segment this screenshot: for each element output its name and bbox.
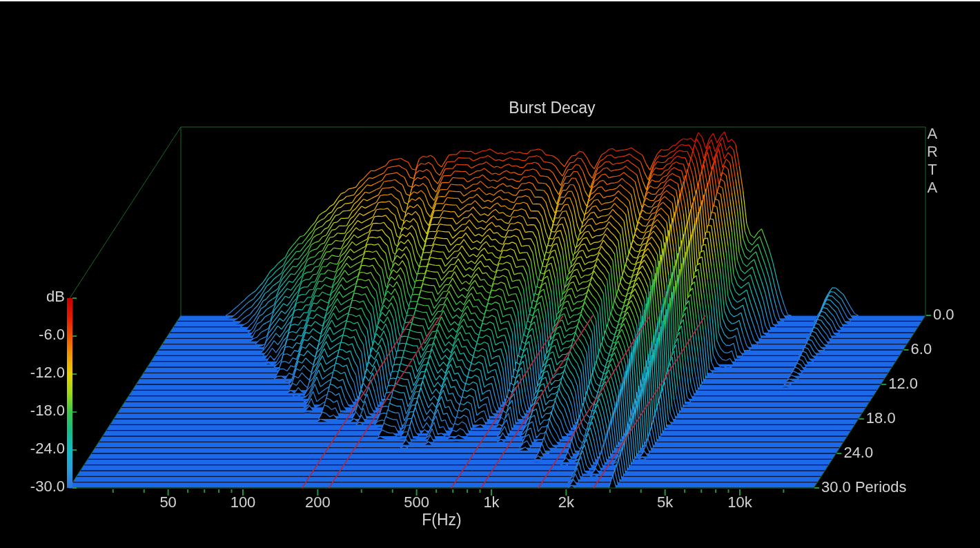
freq-tick-label: 2k bbox=[538, 493, 594, 511]
db-tick-label: -18.0 bbox=[22, 402, 65, 420]
freq-tick-label: 100 bbox=[215, 493, 271, 511]
burst-decay-plot-canvas[interactable] bbox=[0, 1, 980, 548]
freq-tick-label: 50 bbox=[141, 493, 196, 511]
db-tick-label: -24.0 bbox=[22, 440, 65, 458]
db-tick-label: dB bbox=[22, 288, 65, 306]
arta-watermark: A R T A bbox=[927, 125, 938, 197]
period-tick-label: 6.0 bbox=[911, 340, 932, 358]
period-tick-label: 0.0 bbox=[933, 306, 954, 324]
app-window: Messung im Freien - Neue Auswertung - Üb… bbox=[0, 0, 980, 548]
db-tick-label: -30.0 bbox=[22, 478, 65, 496]
db-tick-label: -6.0 bbox=[22, 326, 65, 344]
plot-title: Burst Decay bbox=[455, 99, 649, 117]
freq-tick-label: 10k bbox=[712, 493, 767, 511]
freq-tick-label: 200 bbox=[290, 493, 345, 511]
period-tick-label: 30.0 Periods bbox=[821, 478, 907, 496]
period-tick-label: 24.0 bbox=[843, 444, 873, 462]
freq-tick-label: 500 bbox=[389, 493, 444, 511]
freq-tick-label: 1k bbox=[464, 493, 519, 511]
freq-tick-label: 5k bbox=[638, 493, 693, 511]
db-tick-label: -12.0 bbox=[22, 364, 65, 382]
x-axis-title: F(Hz) bbox=[386, 511, 497, 529]
period-tick-label: 12.0 bbox=[888, 375, 918, 393]
period-tick-label: 18.0 bbox=[866, 409, 896, 427]
